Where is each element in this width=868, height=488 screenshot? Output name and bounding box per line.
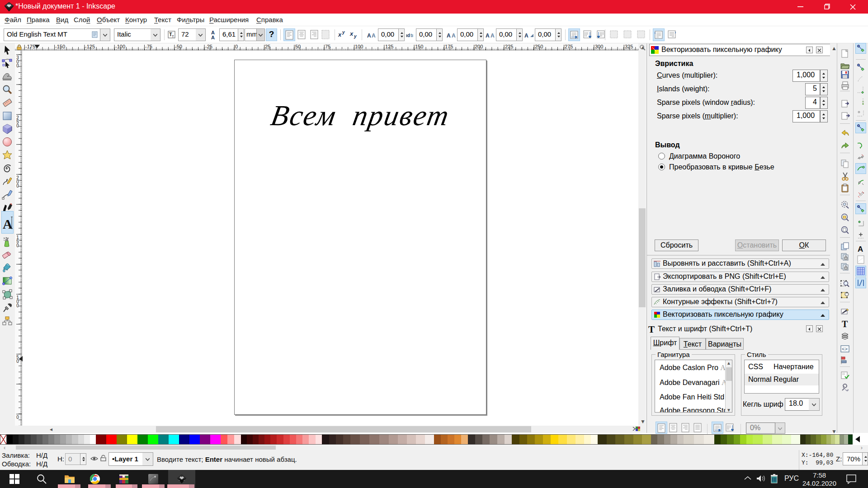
svg-text:A: A [3,216,13,231]
svg-text:A: A [452,33,456,38]
svg-text:tı: tı [410,33,413,38]
svg-text:A: A [367,33,371,38]
svg-text:T: T [172,34,174,38]
svg-text:A: A [486,33,490,38]
svg-text:A: A [211,35,215,40]
svg-text:A: A [524,33,528,38]
svg-text:A: A [447,33,451,38]
svg-text:y: y [354,34,357,39]
svg-text:A: A [858,245,863,253]
svg-text:T: T [842,319,848,329]
svg-text:ıd: ıd [406,33,410,38]
svg-text:<>: <> [842,346,848,352]
svg-text:A: A [372,33,376,38]
svg-text:y: y [342,30,345,35]
svg-text:x: x [349,30,354,37]
svg-text:x: x [338,31,342,38]
svg-text:A: A [491,33,495,38]
